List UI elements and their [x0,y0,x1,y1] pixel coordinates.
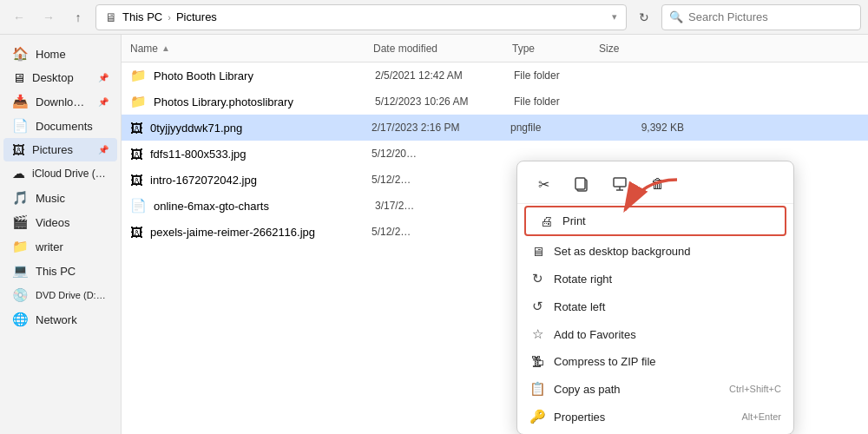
context-menu-copy-path[interactable]: 📋 Copy as path Ctrl+Shift+C [517,375,793,403]
sidebar-item-label: Videos [36,216,108,229]
thispc-icon: 💻 [12,263,29,279]
music-icon: 🎵 [12,190,29,206]
main-layout: 🏠 Home 🖥 Desktop 📌 📥 Downloads 📌 📄 Docum… [0,35,868,434]
copy-path-shortcut: Ctrl+Shift+C [729,384,781,394]
downloads-icon: 📥 [12,94,29,109]
type-col-label: Type [512,43,599,55]
documents-icon: 📄 [12,118,29,134]
image-icon: 🖼 [130,225,143,240]
table-row[interactable]: 📁 Photos Library.photoslibrary 5/12/2023… [122,89,868,115]
sidebar-item-home[interactable]: 🏠 Home [3,42,117,66]
favorites-label: Add to Favorites [554,328,781,341]
copy-path-icon: 📋 [529,381,545,397]
videos-icon: 🎬 [12,214,29,230]
file-name: Photos Library.photoslibrary [154,95,375,108]
sidebar-item-pictures[interactable]: 🖼 Pictures 📌 [3,138,117,161]
network-icon: 🌐 [12,312,29,327]
dropdown-arrow: ▾ [612,11,617,23]
sidebar-item-label: Downloads [36,95,89,108]
star-icon: ☆ [529,326,545,342]
icloud-icon: ☁ [12,166,25,181]
context-menu-properties[interactable]: 🔑 Properties Alt+Enter [517,403,793,431]
sidebar-item-label: writer [36,240,108,253]
sidebar: 🏠 Home 🖥 Desktop 📌 📥 Downloads 📌 📄 Docum… [0,35,122,434]
copy-button[interactable] [566,170,597,198]
file-type: File folder [514,95,601,108]
file-name: 0tyjjyyddwk71.png [150,122,372,135]
date-col-label: Date modified [373,43,512,55]
sidebar-item-dvd[interactable]: 💿 DVD Drive (D:) esd2i [3,283,117,307]
sidebar-item-label: Pictures [32,143,89,156]
dvd-icon: 💿 [12,287,29,303]
properties-label: Properties [554,411,733,424]
sidebar-item-desktop[interactable]: 🖥 Desktop 📌 [3,66,117,89]
forward-button[interactable]: → [36,5,61,30]
back-button[interactable]: ← [7,5,31,30]
search-input[interactable] [688,10,853,23]
file-date: 2/17/2023 2:16 PM [372,122,510,134]
rotate-right-label: Rotate right [554,273,781,286]
context-menu-rotate-right[interactable]: ↻ Rotate right [517,265,793,293]
file-list-header: Name ▲ Date modified Type Size [122,35,868,62]
context-menu-set-desktop[interactable]: 🖥 Set as desktop background [517,238,793,265]
file-name: Photo Booth Library [154,69,375,82]
sidebar-item-music[interactable]: 🎵 Music [3,186,117,210]
sort-arrow: ▲ [161,43,170,53]
pdf-icon: 📄 [130,198,147,214]
file-type: pngfile [510,122,597,134]
copy-path-label: Copy as path [554,383,720,396]
pictures-icon: 🖼 [12,142,25,157]
sidebar-item-icloud[interactable]: ☁ iCloud Drive (N… [3,161,117,186]
file-size: 9,392 KB [597,122,684,134]
compress-label: Compress to ZIP file [554,355,781,368]
file-name: intro-1672072042.jpg [150,174,372,187]
desktop-icon: 🖥 [12,70,25,85]
file-date: 5/12/20… [372,148,510,160]
col-name-header[interactable]: Name ▲ [130,43,373,55]
sidebar-item-label: Desktop [32,71,89,84]
copy-icon [574,176,589,192]
sidebar-item-label: Home [36,48,108,61]
sidebar-item-thispc[interactable]: 💻 This PC [3,259,117,283]
sidebar-item-documents[interactable]: 📄 Documents [3,114,117,138]
context-menu-favorites[interactable]: ☆ Add to Favorites [517,320,793,348]
sidebar-item-label: Network [36,313,108,326]
red-arrow [608,175,686,230]
compress-icon: 🗜 [529,354,545,369]
file-date: 5/12/2… [372,226,510,238]
file-name: fdfs11-800x533.jpg [150,148,372,161]
svg-rect-1 [575,178,585,189]
sidebar-item-label: iCloud Drive (N… [32,168,108,180]
context-menu-rotate-left[interactable]: ↺ Rotate left [517,293,793,320]
refresh-button[interactable]: ↻ [632,5,656,30]
table-row[interactable]: 🖼 0tyjjyyddwk71.png 2/17/2023 2:16 PM pn… [122,115,868,141]
rotate-right-icon: ↻ [529,271,545,286]
file-type: File folder [514,69,601,82]
context-menu-compress[interactable]: 🗜 Compress to ZIP file [517,348,793,375]
name-col-label: Name [130,43,158,55]
address-bar[interactable]: 🖥 This PC › Pictures ▾ [95,4,627,30]
breadcrumb-thispc: This PC [122,10,162,23]
file-area: Name ▲ Date modified Type Size 📁 Photo B… [122,35,868,434]
image-icon: 🖼 [130,173,143,187]
desktop-bg-icon: 🖥 [529,244,545,259]
title-bar: ← → ↑ 🖥 This PC › Pictures ▾ ↻ 🔍 [0,0,868,35]
file-date: 5/12/2023 10:26 AM [375,95,514,108]
sidebar-item-network[interactable]: 🌐 Network [3,307,117,332]
pin-icon: 📌 [98,145,108,155]
image-icon: 🖼 [130,147,143,161]
sidebar-item-videos[interactable]: 🎬 Videos [3,210,117,234]
table-row[interactable]: 📁 Photo Booth Library 2/5/2021 12:42 AM … [122,62,868,89]
file-name: pexels-jaime-reimer-2662116.jpg [150,226,372,239]
sidebar-item-label: DVD Drive (D:) esd2i [36,290,108,300]
sidebar-item-label: Music [36,192,108,205]
up-button[interactable]: ↑ [66,5,90,30]
sidebar-item-writer[interactable]: 📁 writer [3,234,117,259]
folder-icon: 📁 [130,68,147,83]
search-box[interactable]: 🔍 [661,4,861,30]
file-date: 5/12/2… [372,174,510,186]
sidebar-item-downloads[interactable]: 📥 Downloads 📌 [3,89,117,114]
cut-button[interactable]: ✂ [528,170,559,198]
breadcrumb-pictures: Pictures [176,10,217,23]
image-icon: 🖼 [130,121,143,135]
